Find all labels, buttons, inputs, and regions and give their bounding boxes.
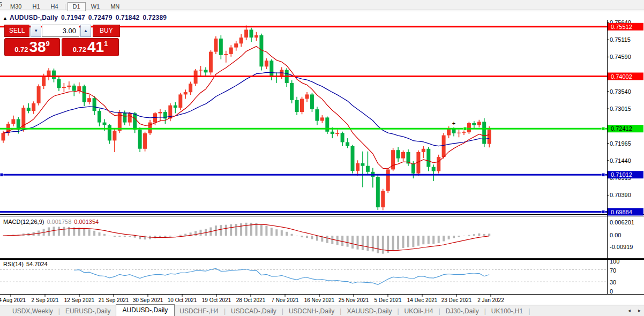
macd-histogram-bar bbox=[129, 236, 131, 237]
candle-body bbox=[2, 133, 5, 140]
chart-tab-usdchf-h4[interactable]: USDCHF-,H4 bbox=[175, 306, 223, 316]
buy-price-prefix: 0.72 bbox=[73, 46, 86, 55]
candle-body bbox=[138, 130, 142, 149]
date-tick-label: 24 Aug 2021 bbox=[0, 297, 26, 303]
macd-histogram-bar bbox=[265, 226, 267, 236]
volume-input[interactable] bbox=[42, 25, 79, 37]
collapse-triangle-icon[interactable]: ▲ bbox=[3, 16, 8, 21]
macd-histogram-bar bbox=[291, 234, 293, 236]
candle-body bbox=[325, 117, 329, 131]
candle-body bbox=[158, 112, 162, 114]
macd-histogram-bar bbox=[260, 224, 263, 236]
candle-body bbox=[254, 35, 258, 37]
candle-body bbox=[295, 100, 299, 112]
line-handle bbox=[463, 127, 467, 130]
macd-histogram-bar bbox=[422, 236, 424, 244]
macd-histogram-bar bbox=[220, 225, 222, 236]
tab-scroll-left-icon[interactable]: ◂ bbox=[628, 307, 631, 313]
buy-price-tile[interactable]: 0.72 41 1 bbox=[62, 38, 119, 56]
date-tick-label: 12 Sep 2021 bbox=[64, 297, 95, 303]
candle-body bbox=[37, 86, 41, 103]
candle-body bbox=[62, 87, 66, 88]
timeframe-button-m30[interactable]: M30 bbox=[5, 2, 27, 11]
date-tick-label: 5 Dec 2021 bbox=[374, 297, 402, 303]
candle-body bbox=[447, 129, 451, 135]
timeframe-button-h1[interactable]: H1 bbox=[27, 2, 45, 11]
macd-histogram-bar bbox=[428, 236, 430, 244]
chart-tab-usdcad-daily[interactable]: USDCAD-,Daily bbox=[226, 306, 281, 316]
macd-histogram-bar bbox=[392, 236, 394, 251]
macd-histogram-bar bbox=[488, 234, 490, 236]
macd-histogram-bar bbox=[245, 223, 248, 236]
macd-histogram-bar bbox=[473, 234, 475, 236]
macd-axis-label: 0.00 bbox=[610, 232, 621, 238]
line-handle bbox=[602, 210, 605, 214]
chart-tab-eurusd-daily[interactable]: EURUSD-,Daily bbox=[61, 306, 116, 316]
price-level-badge-label: 0.69884 bbox=[611, 209, 632, 215]
buy-price-pips: 41 bbox=[87, 39, 104, 55]
candle-body bbox=[234, 43, 238, 47]
timeframe-button-w1[interactable]: W1 bbox=[86, 2, 106, 11]
volume-increase-button[interactable]: ▲ bbox=[80, 25, 91, 37]
sell-button[interactable]: SELL bbox=[4, 25, 29, 37]
candle-body bbox=[432, 167, 436, 171]
chart-ohlc-header: ▲AUDUSD-,Daily0.719470.724790.718420.723… bbox=[3, 14, 167, 21]
one-click-trading-panel: SELL ▼ ▲ BUY 0.72 38 9 0.72 41 1 bbox=[4, 25, 120, 56]
open-value: 0.71947 bbox=[61, 14, 85, 21]
date-tick-label: 10 Oct 2021 bbox=[168, 297, 197, 303]
macd-histogram-bar bbox=[78, 228, 80, 236]
timeframe-button-d1[interactable]: D1 bbox=[68, 2, 86, 11]
macd-histogram-bar bbox=[306, 236, 308, 238]
price-tick-label: 0.73015 bbox=[610, 106, 631, 112]
price-tick-label: 0.74590 bbox=[610, 54, 631, 60]
candle-body bbox=[178, 94, 182, 108]
macd-histogram-bar bbox=[174, 236, 176, 236]
chart-tab-usdcnh-daily[interactable]: USDCNH-,Daily bbox=[284, 306, 339, 316]
macd-histogram-bar bbox=[397, 236, 399, 250]
macd-histogram-bar bbox=[301, 236, 303, 237]
macd-histogram-bar bbox=[230, 224, 232, 236]
chart-tab-uk100-h1[interactable]: UK100-,H1 bbox=[486, 306, 528, 316]
macd-histogram-bar bbox=[341, 236, 343, 246]
macd-histogram-bar bbox=[362, 236, 364, 250]
macd-histogram-bar bbox=[407, 236, 409, 247]
chart-tab-dj30-daily[interactable]: DJ30-,Daily bbox=[441, 306, 484, 316]
price-tick-label: 0.70390 bbox=[610, 192, 631, 198]
candle-body bbox=[457, 133, 461, 133]
macd-histogram-bar bbox=[357, 236, 359, 250]
candle-body bbox=[199, 70, 203, 70]
macd-histogram-bar bbox=[184, 234, 186, 236]
tab-separator: | bbox=[528, 307, 530, 315]
volume-decrease-button[interactable]: ▼ bbox=[31, 25, 41, 37]
candle-body bbox=[229, 48, 233, 54]
price-chart[interactable]: +0.756400.751150.745900.735400.730150.71… bbox=[0, 11, 644, 316]
macd-axis-label: 0.006201 bbox=[610, 219, 634, 225]
chart-tab-usdx-weekly[interactable]: USDX,Weekly bbox=[8, 306, 58, 316]
sell-price-tile[interactable]: 0.72 38 9 bbox=[4, 38, 60, 56]
chart-tab-xauusd-daily[interactable]: XAUUSD-,Daily bbox=[342, 306, 396, 316]
macd-value: 0.001758 bbox=[47, 219, 71, 225]
macd-histogram-bar bbox=[114, 236, 116, 237]
chart-window: +0.756400.751150.745900.735400.730150.71… bbox=[0, 11, 644, 316]
chart-tab-ukoil-h4[interactable]: UKOil-,H4 bbox=[400, 306, 438, 316]
buy-button[interactable]: BUY bbox=[93, 25, 120, 37]
macd-histogram-bar bbox=[235, 224, 237, 236]
buy-price-point: 1 bbox=[104, 40, 108, 55]
candle-body bbox=[386, 170, 390, 191]
candle-body bbox=[462, 132, 466, 133]
timeframe-button-h4[interactable]: H4 bbox=[46, 2, 64, 11]
tab-scroll-arrows: ◂▸ bbox=[620, 307, 641, 313]
macd-indicator-header: MACD(12,26,9)0.0017580.001354 bbox=[3, 219, 99, 225]
candle-body bbox=[143, 133, 147, 149]
macd-histogram-bar bbox=[99, 232, 101, 236]
candle-body bbox=[239, 37, 243, 43]
macd-histogram-bar bbox=[225, 225, 227, 236]
sell-price-point: 9 bbox=[46, 40, 50, 55]
candle-body bbox=[224, 54, 228, 55]
candle-body bbox=[83, 86, 86, 102]
timeframe-button-clipped[interactable]: 5 bbox=[0, 0, 3, 9]
macd-histogram-bar bbox=[458, 236, 460, 237]
chart-tab-audusd-daily[interactable]: AUDUSD-,Daily bbox=[116, 304, 175, 316]
tab-scroll-right-icon[interactable]: ▸ bbox=[638, 307, 641, 313]
timeframe-button-mn[interactable]: MN bbox=[105, 2, 125, 11]
